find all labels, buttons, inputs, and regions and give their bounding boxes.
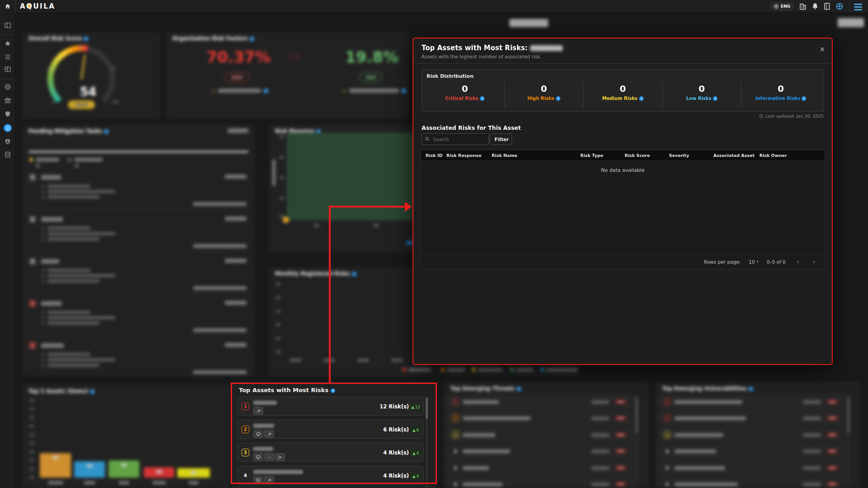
scrollbar[interactable]: [636, 395, 638, 486]
bullet-dot: [42, 317, 44, 319]
risk-distribution-column: 0 Low Risks i: [663, 82, 742, 108]
last-updated: Last updated: Jan 20, 2025: [759, 114, 824, 118]
item-name-blur: [463, 400, 499, 404]
divider: [28, 209, 248, 210]
sidebar-item-risk-active[interactable]: [4, 124, 12, 132]
filter-button[interactable]: Filter: [489, 133, 512, 145]
panel-layout-icon[interactable]: [4, 22, 11, 29]
search-input[interactable]: [432, 136, 479, 142]
info-icon: i: [104, 129, 109, 134]
rank-badge: 3: [452, 431, 459, 438]
database-icon[interactable]: [4, 151, 11, 158]
item-name-blur: [674, 483, 738, 486]
item-name-blur: [463, 417, 531, 420]
globe-icon: [773, 4, 779, 9]
divider: [15, 0, 16, 13]
y-tick: [280, 176, 284, 179]
risk-distribution-column: 0 Critical Risks i: [426, 82, 505, 108]
y-tick-blur: [276, 310, 280, 313]
item-count-blur: [591, 466, 609, 470]
organization-icon[interactable]: [799, 2, 807, 10]
task-detail-blur: [47, 280, 100, 283]
legend-dot: [29, 158, 33, 161]
top-navigation-bar: AQUILA ENG: [0, 0, 868, 13]
high-risks-value: 0: [505, 83, 583, 94]
task-detail-blur: [47, 237, 100, 241]
task-detail-blur: [47, 190, 115, 193]
bullet-dot: [42, 191, 44, 193]
legend-dot2: [67, 158, 72, 161]
card-pending-tasks: Pending Mitigation Tasks i: [22, 124, 255, 376]
task-progress-bar: [28, 151, 248, 153]
bullet-dot: [42, 233, 44, 235]
institution-bank-icon[interactable]: [4, 97, 11, 104]
item-status-pill: [614, 481, 627, 487]
search-box[interactable]: [422, 133, 489, 145]
gridline: [38, 452, 224, 452]
info-icon: i: [352, 272, 356, 276]
bullet-dot: [42, 275, 44, 277]
task-icon: [28, 215, 37, 223]
scrollbar[interactable]: [847, 395, 849, 486]
language-selector[interactable]: ENG: [770, 2, 794, 11]
info-icon[interactable]: i: [802, 96, 806, 101]
legend-value-blur: [75, 164, 79, 168]
info-icon[interactable]: i: [480, 96, 484, 101]
y-tick-blur: [30, 407, 34, 410]
y-tick-blur: [276, 337, 280, 340]
rows-per-page-select[interactable]: 10▾: [749, 259, 759, 265]
documentation-book-icon[interactable]: [823, 2, 831, 10]
x-label-blur: [119, 481, 129, 484]
hamburger-menu-icon[interactable]: [854, 4, 862, 12]
card-title: Pending Mitigation Tasks: [28, 128, 102, 134]
task-score-blur: [225, 175, 247, 179]
aquila-logo[interactable]: AQUILA: [20, 2, 55, 10]
item-name-blur: [674, 450, 716, 453]
favorites-star-icon[interactable]: [4, 40, 11, 47]
y-tick-blur: [276, 283, 280, 285]
info-icon[interactable]: i: [556, 96, 560, 101]
y-tick-blur: [276, 323, 280, 326]
user-shield-icon[interactable]: [4, 138, 11, 145]
card-title: Top Emerging Vulnerabilities: [662, 385, 747, 392]
column-risk-response: Risk Response: [446, 153, 492, 158]
asset-name-redacted: [530, 45, 563, 51]
task-detail-blur: [47, 227, 90, 230]
global-network-icon[interactable]: [4, 83, 11, 90]
bullet-dot: [42, 312, 44, 314]
bullet-dot: [42, 227, 44, 230]
critical-risks-label: Critical Risks i: [426, 96, 504, 101]
vulnerability-label-blur: [349, 89, 399, 93]
item-status-pill: [614, 432, 627, 438]
threat-item: 1: [447, 395, 633, 408]
item-count-blur: [803, 466, 821, 470]
threat-item: 4: [447, 444, 633, 458]
info-icon[interactable]: i: [713, 96, 717, 101]
kanban-board-icon[interactable]: [4, 66, 11, 73]
medium-risks-value: 0: [583, 83, 662, 94]
next-page-button[interactable]: ›: [810, 258, 818, 266]
help-wheel-icon[interactable]: [835, 2, 844, 10]
list-menu-icon[interactable]: [4, 53, 11, 61]
informative-risks-label: Informative Risks i: [741, 96, 820, 101]
rank-badge: 5: [452, 464, 459, 471]
rank-badge: 4: [664, 447, 671, 455]
info-icon[interactable]: i: [639, 96, 644, 101]
risk-level-badge: [68, 100, 95, 109]
medium-risks-label: Medium Risks i: [583, 96, 662, 101]
impact-badge: [225, 72, 250, 82]
empty-table-message: No data available: [421, 167, 825, 173]
rank-badge: 2: [452, 414, 459, 422]
divider: [2, 79, 13, 79]
pagination-range: 0–0 of 0: [767, 259, 786, 265]
legend-dot: [441, 368, 445, 371]
item-status-pill: [825, 448, 839, 454]
shield-icon[interactable]: [4, 110, 11, 118]
notifications-bell-icon[interactable]: [811, 2, 819, 10]
compass-gauge-icon: [5, 126, 10, 131]
previous-page-button[interactable]: ‹: [794, 258, 802, 266]
close-icon[interactable]: ×: [818, 45, 827, 54]
card-title: Overall Risk Score: [28, 35, 82, 42]
item-count-blur: [803, 417, 821, 420]
home-icon[interactable]: [4, 3, 11, 10]
